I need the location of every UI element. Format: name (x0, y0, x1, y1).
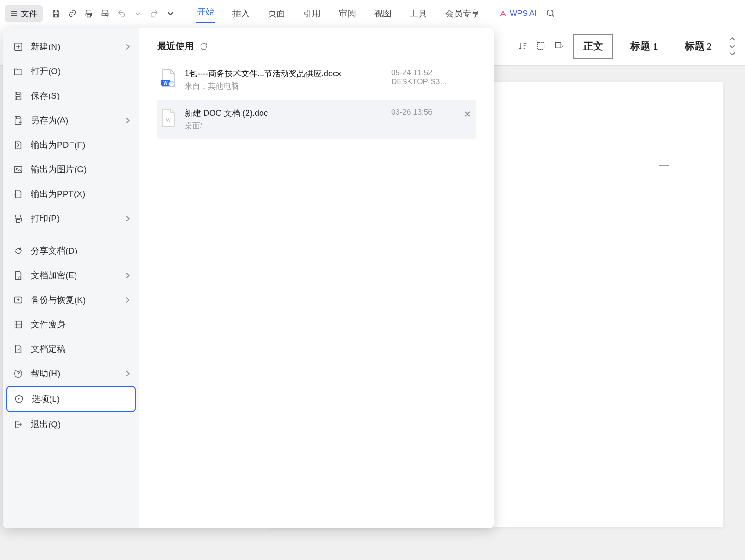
menu-item-save[interactable]: 保存(S) (6, 84, 136, 108)
ribbon-tabs: 开始 插入 页面 引用 审阅 视图 工具 会员专享 (196, 4, 481, 23)
refresh-icon[interactable] (199, 42, 208, 51)
menu-item-print[interactable]: 打印(P) (6, 206, 136, 231)
file-menu-label: 文件 (21, 8, 37, 19)
print-icon[interactable] (84, 9, 94, 19)
search-icon[interactable] (546, 9, 556, 19)
style-gallery: 正文 标题 1 标题 2 (573, 34, 736, 59)
tab-tools[interactable]: 工具 (409, 6, 428, 21)
svg-rect-3 (556, 43, 561, 48)
file-menu-button[interactable]: 文件 (5, 5, 43, 22)
file-info: 新建 DOC 文档 (2).doc桌面/ (185, 108, 383, 131)
chevron-expand-icon[interactable] (729, 50, 735, 57)
exit-icon (13, 419, 24, 430)
tab-insert[interactable]: 插入 (232, 6, 251, 21)
grid-dropdown-icon[interactable] (554, 41, 564, 51)
menu-item-label: 文档加密(E) (31, 270, 77, 281)
menu-item-label: 输出为图片(G) (31, 164, 86, 175)
tab-page[interactable]: 页面 (267, 6, 286, 21)
svg-point-0 (105, 14, 107, 16)
recent-title: 最近使用 (157, 40, 194, 52)
print-icon (13, 213, 24, 224)
menu-item-label: 文件瘦身 (31, 319, 65, 330)
menu-item-label: 输出为PDF(F) (31, 139, 85, 151)
select-icon[interactable] (536, 41, 546, 51)
tab-view[interactable]: 视图 (373, 6, 393, 21)
save-icon (13, 90, 24, 101)
wps-ai-label: WPS AI (510, 9, 537, 18)
chevron-right-icon (125, 215, 131, 222)
menu-item-final[interactable]: 文档定稿 (6, 337, 136, 361)
svg-point-1 (547, 10, 553, 16)
svg-point-6 (16, 168, 18, 169)
menu-item-label: 输出为PPT(X) (31, 188, 85, 200)
hamburger-icon (10, 10, 18, 18)
menu-item-label: 选项(L) (32, 393, 60, 405)
lock-icon (13, 270, 24, 281)
undo-dropdown-icon[interactable] (133, 9, 143, 19)
svg-text:W: W (166, 118, 171, 123)
document-icon: W (160, 68, 176, 88)
menu-item-exit[interactable]: 退出(Q) (6, 412, 136, 437)
menu-item-backup[interactable]: 备份与恢复(K) (6, 288, 136, 312)
options-icon (14, 394, 25, 405)
ppt-icon (13, 189, 24, 200)
tab-reference[interactable]: 引用 (302, 6, 322, 21)
close-icon[interactable] (464, 110, 471, 118)
menu-item-options[interactable]: 选项(L) (6, 386, 136, 412)
redo-icon[interactable] (149, 9, 159, 19)
file-meta: 03-26 13:56 (391, 108, 473, 117)
final-icon (13, 344, 24, 355)
tab-review[interactable]: 审阅 (338, 6, 357, 21)
style-heading1[interactable]: 标题 1 (621, 35, 667, 58)
sort-icon[interactable] (518, 41, 528, 51)
svg-text:W: W (163, 80, 168, 85)
file-source: 来自：其他电脑 (185, 81, 383, 91)
menu-item-label: 备份与恢复(K) (31, 294, 86, 306)
more-dropdown-icon[interactable] (166, 9, 176, 19)
menu-item-label: 另存为(A) (31, 115, 68, 126)
document-icon: W (160, 108, 176, 128)
menu-item-saveas[interactable]: 另存为(A) (6, 108, 136, 133)
pdf-icon (13, 140, 24, 150)
menu-item-help[interactable]: 帮助(H) (6, 361, 136, 386)
image-icon (13, 164, 24, 175)
recent-file-item[interactable]: W1包----商务技术文件...节活动奖品供应.docx来自：其他电脑05-24… (157, 60, 476, 100)
wps-ai-button[interactable]: WPS AI (499, 9, 537, 18)
tab-start[interactable]: 开始 (196, 4, 215, 23)
file-source: 桌面/ (185, 120, 383, 131)
style-normal[interactable]: 正文 (573, 34, 613, 59)
undo-icon[interactable] (116, 9, 126, 19)
saveas-icon (13, 115, 24, 126)
quick-access (51, 9, 176, 19)
file-menu-panel: 新建(N)打开(O)保存(S)另存为(A)输出为PDF(F)输出为图片(G)输出… (3, 28, 494, 528)
style-scroll[interactable] (729, 36, 735, 57)
menu-item-slim[interactable]: 文件瘦身 (6, 312, 136, 337)
chevron-right-icon (125, 297, 131, 303)
chevron-down-icon[interactable] (729, 43, 735, 50)
print-preview-icon[interactable] (100, 9, 110, 19)
menu-item-label: 帮助(H) (31, 368, 60, 380)
folder-icon (13, 66, 24, 77)
recent-header: 最近使用 (157, 40, 476, 60)
menu-item-label: 退出(Q) (31, 419, 60, 430)
menu-item-ppt[interactable]: 输出为PPT(X) (6, 182, 136, 206)
chevron-up-icon[interactable] (729, 36, 735, 42)
tab-member[interactable]: 会员专享 (444, 6, 481, 21)
file-info: 1包----商务技术文件...节活动奖品供应.docx来自：其他电脑 (185, 68, 383, 91)
menu-item-label: 打印(P) (31, 213, 60, 225)
menu-item-image[interactable]: 输出为图片(G) (6, 157, 136, 182)
chevron-right-icon (125, 117, 131, 124)
menu-item-plus[interactable]: 新建(N) (6, 35, 136, 59)
style-heading2[interactable]: 标题 2 (675, 35, 721, 58)
menu-item-pdf[interactable]: 输出为PDF(F) (6, 133, 136, 157)
file-menu-sidebar: 新建(N)打开(O)保存(S)另存为(A)输出为PDF(F)输出为图片(G)输出… (3, 28, 139, 528)
menu-item-lock[interactable]: 文档加密(E) (6, 263, 136, 288)
link-icon[interactable] (67, 9, 77, 19)
save-icon[interactable] (51, 9, 61, 19)
divider (181, 8, 181, 20)
recent-list: W1包----商务技术文件...节活动奖品供应.docx来自：其他电脑05-24… (157, 60, 476, 139)
menu-item-folder[interactable]: 打开(O) (6, 59, 136, 84)
menu-item-label: 保存(S) (31, 90, 60, 102)
menu-item-share[interactable]: 分享文档(D) (6, 239, 136, 263)
recent-file-item[interactable]: W新建 DOC 文档 (2).doc桌面/03-26 13:56 (157, 100, 476, 139)
